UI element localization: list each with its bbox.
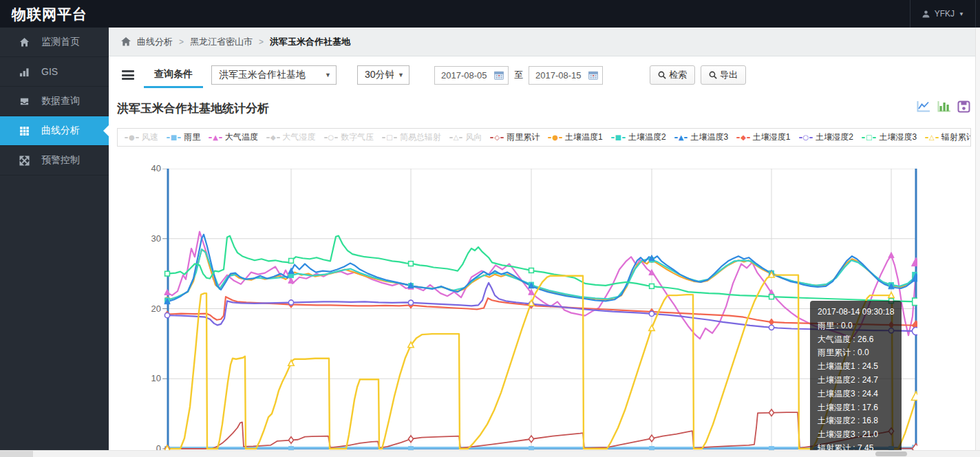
user-icon <box>922 10 930 19</box>
legend-item[interactable]: △风向 <box>449 131 482 143</box>
legend-triangle-icon: △ <box>454 134 459 141</box>
legend-triangle-icon: ▲ <box>679 134 684 141</box>
chevron-down-icon: ▼ <box>325 72 331 78</box>
legend-diamond-icon: ◇ <box>494 134 500 141</box>
station-select[interactable]: 洪军玉米合作社基地 ▼ <box>211 65 337 85</box>
legend-label: 土壤湿度2 <box>816 131 853 143</box>
export-button-label: 导出 <box>720 69 738 81</box>
search-button-label: 检索 <box>669 69 687 81</box>
export-button[interactable]: 导出 <box>701 65 746 85</box>
legend-label: 土壤温度3 <box>690 131 728 143</box>
interval-select[interactable]: 30分钟 ▼ <box>357 65 409 85</box>
legend-item[interactable]: ▲大气温度 <box>209 131 258 143</box>
vertical-scrollbar[interactable] <box>975 28 980 450</box>
legend-item[interactable]: □土壤湿度3 <box>862 131 917 143</box>
save-image-icon[interactable] <box>957 100 970 113</box>
data-query-icon <box>19 96 30 107</box>
legend-label: 大气温度 <box>225 131 258 143</box>
legend-diamond-icon: ◆ <box>270 134 276 141</box>
line-chart-icon[interactable] <box>916 100 930 113</box>
legend-dash <box>125 137 128 138</box>
calendar-icon[interactable] <box>494 71 504 80</box>
legend-label: 大气湿度 <box>283 131 316 143</box>
sidebar-item-label: 曲线分析 <box>41 125 80 137</box>
legend-item[interactable]: △辐射累计 <box>925 131 971 143</box>
legend-dash <box>209 137 212 138</box>
sidebar-item-home[interactable]: 监测首页 <box>0 28 109 57</box>
chevron-down-icon: ▼ <box>959 11 964 17</box>
legend-diamond-icon: ◆ <box>741 134 746 141</box>
sidebar-item-label: GIS <box>41 66 58 77</box>
legend-dash <box>219 137 222 138</box>
sidebar-item-curve-analysis[interactable]: 曲线分析 <box>0 116 109 146</box>
sidebar: 监测首页GIS数据查询曲线分析预警控制 <box>0 28 109 450</box>
legend-dash <box>449 137 453 138</box>
menu-toggle-icon[interactable] <box>122 70 134 80</box>
legend-item[interactable]: ◆大气湿度 <box>266 131 316 143</box>
legend-label: 土壤湿度1 <box>753 131 791 143</box>
gis-signal-icon <box>19 67 30 77</box>
legend-item[interactable]: ○数字气压 <box>324 131 374 143</box>
breadcrumb: 曲线分析>黑龙江省密山市>洪军玉米合作社基地 <box>109 28 980 56</box>
breadcrumb-item[interactable]: 黑龙江省密山市 <box>190 36 253 47</box>
home-icon <box>121 37 131 46</box>
horizontal-scrollbar[interactable] <box>0 450 980 457</box>
legend-dash <box>178 137 181 138</box>
interval-select-value: 30分钟 <box>365 69 394 81</box>
legend-dash <box>747 137 750 138</box>
legend-dash <box>500 137 504 138</box>
legend-label: 土壤温度1 <box>565 131 603 143</box>
scrollbar-thumb[interactable] <box>875 451 907 456</box>
breadcrumb-separator: > <box>259 37 264 47</box>
legend-triangle-icon: ▲ <box>213 134 218 141</box>
legend-circle-icon: ● <box>552 134 558 141</box>
legend-label: 简易总辐射 <box>400 131 441 143</box>
legend-item[interactable]: ■土壤温度2 <box>611 131 666 143</box>
chevron-down-icon: ▼ <box>398 72 404 78</box>
sidebar-item-alert-control[interactable]: 预警控制 <box>0 146 109 176</box>
station-select-value: 洪军玉米合作社基地 <box>219 69 321 81</box>
bar-chart-icon[interactable] <box>937 100 951 113</box>
breadcrumb-item[interactable]: 曲线分析 <box>137 36 173 47</box>
calendar-icon[interactable] <box>588 71 598 80</box>
chart-canvas[interactable] <box>162 169 917 454</box>
legend-dash <box>490 137 493 138</box>
legend-dash <box>136 137 139 138</box>
breadcrumb-item[interactable]: 洪军玉米合作社基地 <box>270 36 350 47</box>
legend-item[interactable]: □简易总辐射 <box>382 131 440 143</box>
y-axis-label: 10 <box>128 373 161 383</box>
date-from-input[interactable]: 2017-08-05 <box>434 66 509 85</box>
legend-label: 风向 <box>465 131 482 143</box>
legend-item[interactable]: ◇雨里累计 <box>490 131 540 143</box>
legend-label: 土壤湿度3 <box>879 131 917 143</box>
legend-item[interactable]: ▲土壤温度3 <box>674 131 728 143</box>
y-axis-label: 30 <box>128 233 161 244</box>
legend-dash <box>394 137 397 138</box>
legend-dash <box>277 137 280 138</box>
legend-dash <box>334 137 338 138</box>
legend-label: 土壤温度2 <box>628 131 666 143</box>
curve-analysis-icon <box>19 126 30 136</box>
legend-dash <box>736 137 740 138</box>
legend-label: 数字气压 <box>341 131 374 143</box>
legend-dash <box>935 137 939 138</box>
main-content: 曲线分析>黑龙江省密山市>洪军玉米合作社基地 查询条件 洪军玉米合作社基地 ▼ … <box>109 28 980 457</box>
legend-dash <box>459 137 462 138</box>
search-button[interactable]: 检索 <box>650 65 695 85</box>
tab-query-conditions[interactable]: 查询条件 <box>144 62 203 88</box>
user-menu[interactable]: YFKJ ▼ <box>910 0 976 28</box>
app-header: 物联网平台 YFKJ ▼ <box>0 0 980 28</box>
legend-item[interactable]: ●土壤温度1 <box>548 131 602 143</box>
legend-item[interactable]: ■雨里 <box>167 131 200 143</box>
sidebar-item-gis-signal[interactable]: GIS <box>0 57 109 87</box>
page-title: 洪军玉米合作社基地统计分析 <box>117 100 269 116</box>
search-icon <box>658 71 666 79</box>
date-to-input[interactable]: 2017-08-15 <box>529 66 603 85</box>
sidebar-item-label: 预警控制 <box>41 154 80 167</box>
legend-item[interactable]: ●风速 <box>125 131 158 143</box>
legend-item[interactable]: ◆土壤湿度1 <box>736 131 790 143</box>
legend-item[interactable]: ○土壤湿度2 <box>799 131 853 143</box>
date-range-to-label: 至 <box>514 69 523 81</box>
home-icon <box>19 37 30 47</box>
sidebar-item-data-query[interactable]: 数据查询 <box>0 87 109 116</box>
